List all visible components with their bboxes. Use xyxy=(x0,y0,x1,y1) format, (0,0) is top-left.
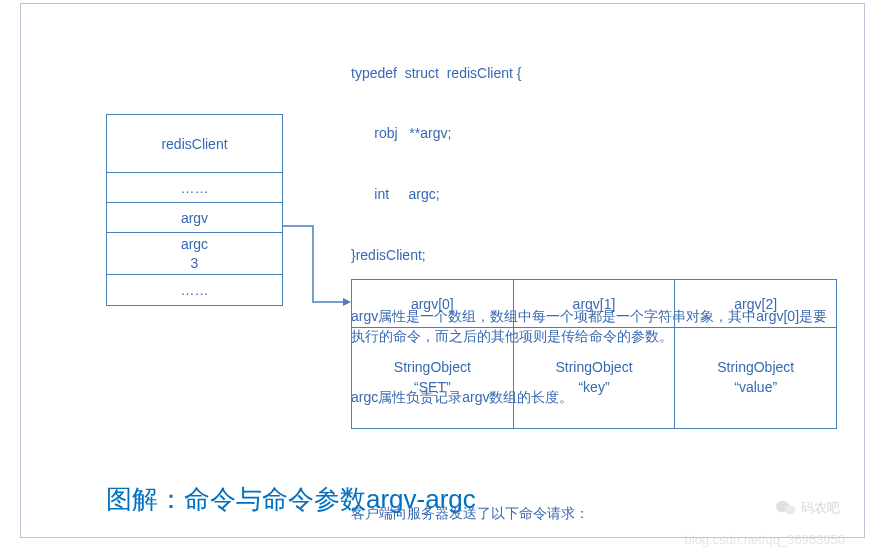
svg-point-2 xyxy=(785,505,795,514)
struct-argv-row: argv xyxy=(107,203,282,233)
struct-ellipsis2: …… xyxy=(107,275,282,305)
argc-value: 3 xyxy=(191,254,199,272)
argv-head-1: argv[1] xyxy=(514,280,675,328)
argv-body-0-line1: StringObject xyxy=(394,358,471,378)
argv-body-2: StringObject “value” xyxy=(675,328,836,428)
argc-label: argc xyxy=(181,235,208,253)
diagram-frame: redisClient …… argv argc 3 …… typedef st… xyxy=(20,3,865,538)
argv-col-1: argv[1] StringObject “key” xyxy=(514,280,676,428)
argv-col-0: argv[0] StringObject “SET” xyxy=(352,280,514,428)
wechat-icon xyxy=(776,499,796,517)
argv-array-table: argv[0] StringObject “SET” argv[1] Strin… xyxy=(351,279,837,429)
struct-ellipsis1: …… xyxy=(107,173,282,203)
svg-marker-0 xyxy=(343,298,351,306)
code-line4: }redisClient; xyxy=(351,245,836,265)
argv-body-2-line1: StringObject xyxy=(717,358,794,378)
argv-head-2: argv[2] xyxy=(675,280,836,328)
argv-body-1-line1: StringObject xyxy=(555,358,632,378)
argv-head-0: argv[0] xyxy=(352,280,513,328)
code-line3: int argc; xyxy=(351,184,836,204)
struct-title-cell: redisClient xyxy=(107,115,282,173)
watermark-name: 码农吧 xyxy=(801,499,840,517)
redisclient-struct-table: redisClient …… argv argc 3 …… xyxy=(106,114,283,306)
struct-argc-row: argc 3 xyxy=(107,233,282,275)
argv-col-2: argv[2] StringObject “value” xyxy=(675,280,836,428)
argv-body-0: StringObject “SET” xyxy=(352,328,513,428)
wechat-watermark: 码农吧 xyxy=(776,499,840,517)
code-line2: robj **argv; xyxy=(351,123,836,143)
argv-body-2-line2: “value” xyxy=(734,378,777,398)
argv-body-1: StringObject “key” xyxy=(514,328,675,428)
csdn-watermark-url: blog.csdn.net/qq_36963950 xyxy=(685,532,845,547)
diagram-caption: 图解：命令与命令参数argv-argc xyxy=(106,482,476,517)
argv-pointer-arrow xyxy=(281,222,361,322)
code-line1: typedef struct redisClient { xyxy=(351,63,836,83)
argv-body-0-line2: “SET” xyxy=(414,378,451,398)
argv-body-1-line2: “key” xyxy=(578,378,609,398)
